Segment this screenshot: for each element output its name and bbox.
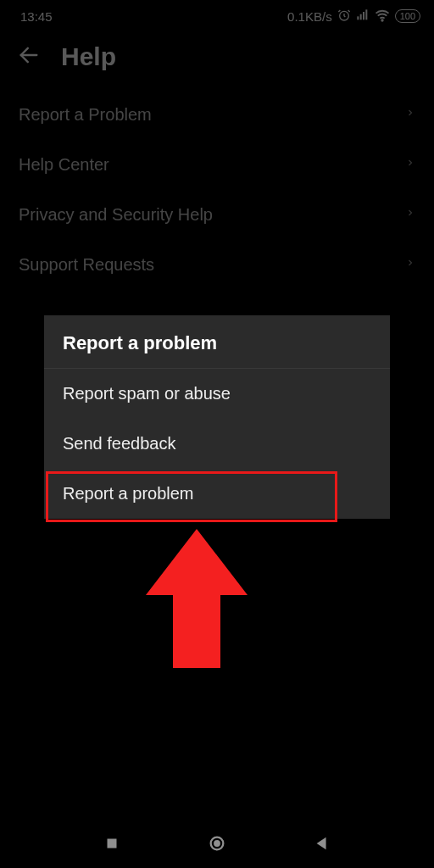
nav-recent-icon[interactable] [103,834,121,856]
wifi-icon [375,8,390,25]
status-bar: 13:45 0.1KB/s 100 [0,0,434,27]
back-icon[interactable] [17,43,41,70]
chevron-right-icon [405,204,415,225]
nav-back-icon[interactable] [313,834,331,856]
svg-point-10 [214,841,220,846]
menu-item-support-requests[interactable]: Support Requests [0,240,434,290]
nav-home-icon[interactable] [208,834,226,856]
chevron-right-icon [405,254,415,275]
battery-indicator: 100 [395,9,420,23]
status-right: 0.1KB/s 100 [287,8,420,25]
menu-item-label: Support Requests [19,255,154,275]
svg-rect-3 [363,12,364,19]
menu-item-privacy-security[interactable]: Privacy and Security Help [0,190,434,240]
sheet-item-send-feedback[interactable]: Send feedback [44,419,390,469]
svg-rect-4 [365,9,367,19]
annotation-highlight-box [46,471,337,522]
svg-point-5 [381,19,383,21]
alarm-icon [337,8,351,25]
page-header: Help [0,27,434,86]
system-nav-bar [0,822,434,868]
menu-item-label: Report a Problem [19,105,152,125]
sheet-item-report-spam[interactable]: Report spam or abuse [44,369,390,419]
help-menu: Report a Problem Help Center Privacy and… [0,86,434,293]
status-time: 13:45 [20,9,53,24]
annotation-arrow-icon [146,529,248,676]
menu-item-help-center[interactable]: Help Center [0,140,434,190]
chevron-right-icon [405,154,415,175]
page-title: Help [61,42,116,71]
network-speed: 0.1KB/s [287,9,332,24]
svg-marker-11 [317,837,326,850]
svg-rect-8 [108,839,117,849]
menu-item-label: Help Center [19,155,109,175]
signal-icon [356,8,370,25]
svg-rect-1 [357,16,359,19]
chevron-right-icon [405,104,415,125]
menu-item-report-problem[interactable]: Report a Problem [0,90,434,140]
sheet-title: Report a problem [44,315,390,369]
menu-item-label: Privacy and Security Help [19,205,213,225]
svg-rect-2 [359,14,361,19]
svg-marker-7 [146,529,248,668]
